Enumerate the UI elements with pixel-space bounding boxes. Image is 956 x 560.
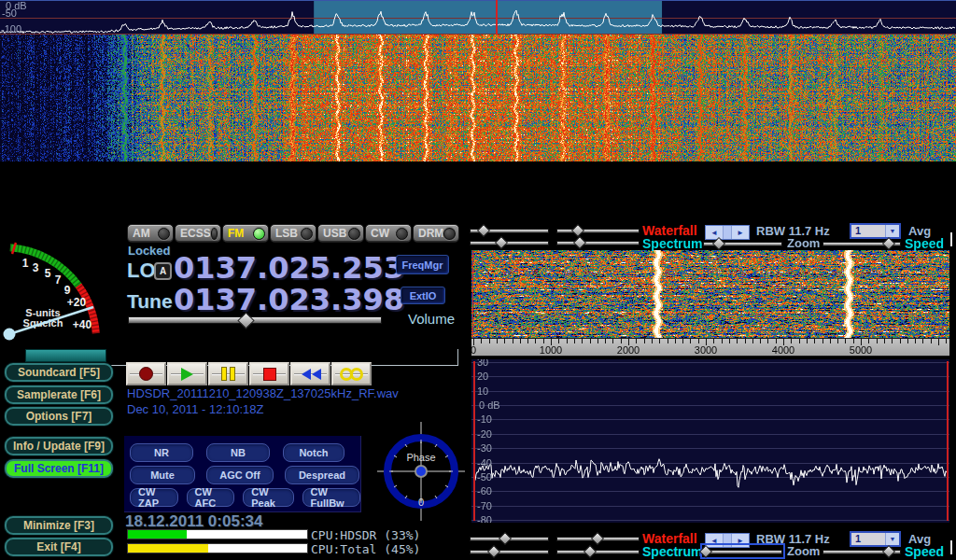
- volume-slider-thumb[interactable]: [237, 312, 254, 329]
- dropdown-arrow-icon[interactable]: ▼: [885, 533, 899, 545]
- despread-button[interactable]: Despread: [285, 466, 359, 484]
- af-waterfall-display[interactable]: [471, 250, 949, 338]
- cpu-hdsdr-bar: [127, 529, 308, 539]
- sp-brightness-slider[interactable]: [470, 237, 549, 247]
- cw-fullbw-button[interactable]: CW FullBw: [302, 488, 360, 507]
- speed-slider-2[interactable]: [822, 546, 901, 556]
- cpu-total-bar: [127, 543, 308, 553]
- cw-peak-button[interactable]: CW Peak: [243, 488, 293, 507]
- slider-thumb[interactable]: [583, 545, 597, 558]
- soundcard-button[interactable]: Soundcard [F5]: [5, 363, 113, 382]
- lo-auto-badge[interactable]: A: [154, 262, 172, 280]
- mode-button-fm[interactable]: FM: [222, 224, 269, 243]
- mode-label: FM: [228, 227, 244, 240]
- avg-dropdown-value: 1: [851, 533, 885, 545]
- zoom-label-2: Zoom: [787, 544, 820, 558]
- s-meter[interactable]: 1 3 5 7 9 +20 +40 S-units Squelch: [2, 224, 120, 343]
- recording-filename: HDSDR_20111210_120938Z_137025kHz_RF.wav: [127, 386, 399, 400]
- wf-brightness-slider-2[interactable]: [470, 533, 549, 543]
- sp-brightness-slider-2[interactable]: [470, 546, 549, 556]
- sp-contrast-slider-2[interactable]: [556, 546, 640, 556]
- slider-thumb[interactable]: [571, 224, 584, 237]
- avg-dropdown[interactable]: 1 ▼: [850, 223, 901, 239]
- hdsdr-app: 1 3 5 7 9 +20 +40 S-units Squelch AM ECS…: [0, 0, 956, 560]
- smeter-label: 3: [33, 261, 39, 274]
- mode-button-ecss[interactable]: ECSS: [175, 224, 221, 243]
- slider-thumb[interactable]: [477, 224, 490, 237]
- rewind-button[interactable]: [290, 362, 330, 385]
- cpu-total-bar-fill: [128, 544, 208, 553]
- wf-contrast-slider-2[interactable]: [556, 533, 640, 543]
- slider-thumb[interactable]: [882, 237, 895, 250]
- mode-button-drm[interactable]: DRM: [413, 224, 459, 243]
- zoom-slider-2[interactable]: [703, 546, 782, 556]
- info-update-button[interactable]: Info / Update [F9]: [5, 437, 113, 455]
- af-spectrum-display[interactable]: [471, 359, 949, 523]
- play-button[interactable]: [167, 362, 207, 385]
- scroll-left-arrow-icon[interactable]: ◄: [706, 534, 724, 547]
- panel-divider-corner: [457, 349, 458, 366]
- mode-button-lsb[interactable]: LSB: [270, 224, 316, 243]
- dropdown-arrow-icon[interactable]: ▼: [885, 225, 899, 237]
- scroll-left-arrow-icon[interactable]: ◄: [706, 226, 724, 239]
- phase-dial[interactable]: Phase 0: [377, 422, 465, 521]
- mode-led-icon: [443, 228, 456, 240]
- wf-contrast-slider[interactable]: [556, 225, 640, 235]
- cpu-hdsdr-bar-fill: [128, 530, 187, 539]
- slider-thumb[interactable]: [882, 545, 895, 558]
- cpu-total-label: CPU:Total (45%): [311, 542, 420, 556]
- agc-off-button[interactable]: AGC Off: [206, 466, 274, 484]
- pause-button[interactable]: [208, 362, 248, 385]
- panel-resize-grip-2[interactable]: [950, 540, 952, 554]
- slider-thumb[interactable]: [573, 236, 586, 249]
- status-datetime: 18.12.2011 0:05:34: [125, 512, 262, 531]
- smeter-label: +40: [73, 318, 92, 331]
- loop-button[interactable]: [331, 362, 372, 385]
- record-button[interactable]: [126, 362, 166, 385]
- mode-led-icon: [253, 228, 265, 240]
- avg-dropdown-2[interactable]: 1 ▼: [850, 531, 901, 547]
- stop-button[interactable]: [249, 362, 289, 385]
- squelch-level-bar[interactable]: [25, 349, 106, 362]
- scroll-right-arrow-icon[interactable]: ►: [731, 226, 749, 239]
- tune-frequency-display[interactable]: 0137.023.398: [174, 282, 404, 317]
- slider-thumb[interactable]: [486, 545, 499, 558]
- slider-thumb[interactable]: [499, 532, 512, 545]
- slider-thumb[interactable]: [712, 237, 725, 250]
- speed-slider[interactable]: [822, 238, 901, 248]
- scroll-right-arrow-icon[interactable]: ►: [731, 534, 749, 547]
- mode-button-usb[interactable]: USB: [317, 224, 364, 243]
- zoom-label: Zoom: [787, 236, 820, 250]
- nb-button[interactable]: NB: [206, 443, 270, 462]
- cw-zap-button[interactable]: CW ZAP: [130, 488, 178, 507]
- spectrum-label-2: Spectrum: [642, 544, 703, 559]
- pause-icon: [221, 367, 235, 381]
- fullscreen-button[interactable]: Full Screen [F11]: [5, 459, 113, 478]
- samplerate-button[interactable]: Samplerate [F6]: [5, 385, 113, 404]
- speed-label-2: Speed: [905, 544, 944, 559]
- notch-button[interactable]: Notch: [283, 443, 344, 462]
- mode-button-cw[interactable]: CW: [365, 224, 412, 243]
- smeter-label: 1: [22, 257, 29, 270]
- nr-button[interactable]: NR: [130, 443, 193, 462]
- rewind-icon: [301, 369, 321, 380]
- panel-resize-grip[interactable]: [950, 232, 952, 246]
- slider-thumb[interactable]: [495, 236, 508, 249]
- minimize-button[interactable]: Minimize [F3]: [5, 516, 113, 535]
- mode-button-am[interactable]: AM: [127, 224, 174, 243]
- volume-slider[interactable]: [128, 315, 382, 325]
- mute-button[interactable]: Mute: [130, 466, 195, 484]
- af-frequency-scale[interactable]: [471, 338, 949, 357]
- lo-frequency-display[interactable]: 0137.025.253: [174, 250, 404, 286]
- smeter-label: 9: [64, 284, 71, 297]
- wf-brightness-slider[interactable]: [470, 225, 549, 235]
- options-button[interactable]: Options [F7]: [5, 407, 113, 426]
- freqmgr-button[interactable]: FreqMgr: [396, 255, 449, 274]
- sp-contrast-slider[interactable]: [556, 237, 640, 247]
- main-spectrum-display[interactable]: [0, 0, 956, 35]
- slider-thumb[interactable]: [591, 532, 604, 545]
- exit-button[interactable]: Exit [F4]: [5, 538, 113, 556]
- zoom-slider[interactable]: [703, 238, 782, 248]
- cw-afc-button[interactable]: CW AFC: [187, 488, 235, 507]
- extio-button[interactable]: ExtIO: [401, 287, 445, 304]
